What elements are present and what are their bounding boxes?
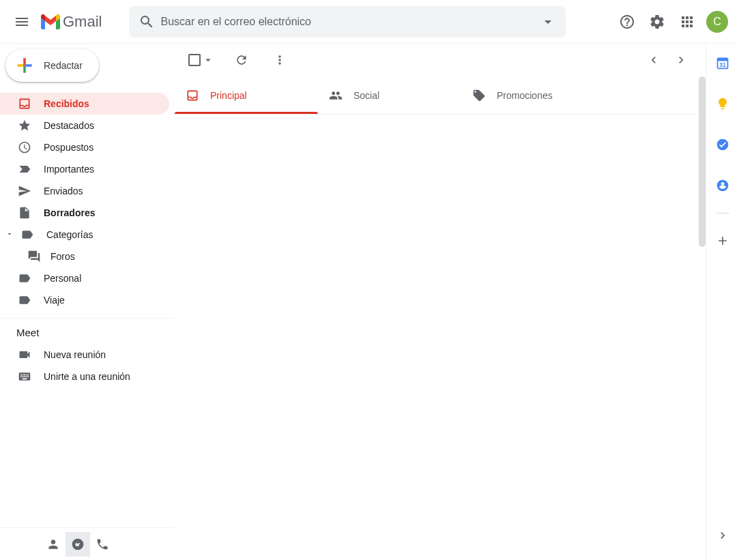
phone-icon xyxy=(96,537,109,551)
scrollbar[interactable] xyxy=(699,76,706,247)
prev-page-button[interactable] xyxy=(640,46,667,74)
search-icon xyxy=(139,14,155,30)
caret-down-icon xyxy=(5,229,14,240)
sidebar-item-categories[interactable]: Categorías xyxy=(0,224,169,246)
plus-icon xyxy=(14,55,35,76)
add-app-button[interactable] xyxy=(709,227,736,254)
pager xyxy=(640,46,695,74)
person-icon xyxy=(46,537,60,551)
sidebar-item-label: Viaje xyxy=(44,295,65,306)
tag-icon xyxy=(472,89,486,102)
divider xyxy=(716,213,729,213)
tab-social[interactable]: Social xyxy=(318,76,461,114)
draft-icon xyxy=(18,206,31,220)
header: Gmail C xyxy=(0,0,739,44)
chevron-right-icon xyxy=(674,53,688,67)
send-icon xyxy=(18,184,31,198)
hamburger-icon xyxy=(14,14,30,30)
sidebar-item-sent[interactable]: Enviados xyxy=(0,180,169,202)
sidebar-item-starred[interactable]: Destacados xyxy=(0,115,169,136)
sidebar-item-label: Categorías xyxy=(46,229,93,240)
category-tabs: Principal Social Promociones xyxy=(175,76,706,115)
sidebar: Redactar Recibidos Destacados Pospuestos… xyxy=(0,44,175,560)
apps-grid-icon xyxy=(679,14,695,30)
logo-area[interactable]: Gmail xyxy=(38,13,122,31)
checkbox-icon xyxy=(188,54,201,66)
help-icon xyxy=(619,14,635,30)
sidebar-item-label: Borradores xyxy=(44,207,95,218)
chevron-left-icon xyxy=(647,53,661,67)
sidebar-item-inbox[interactable]: Recibidos xyxy=(0,93,169,115)
hangout-icon xyxy=(71,537,85,551)
main-menu-button[interactable] xyxy=(5,5,38,38)
more-vert-icon xyxy=(273,53,287,67)
compose-label: Redactar xyxy=(44,60,83,71)
calendar-app-button[interactable]: 31 xyxy=(709,49,736,76)
tab-label: Social xyxy=(353,90,379,101)
toolbar xyxy=(175,44,706,76)
meet-section-header: Meet xyxy=(0,318,175,344)
sidebar-item-label: Personal xyxy=(44,273,81,284)
caret-down-icon xyxy=(540,14,556,30)
keep-app-button[interactable] xyxy=(709,90,736,117)
sidebar-item-label: Importantes xyxy=(44,164,94,175)
inbox-icon xyxy=(186,89,199,102)
collapse-panel-button[interactable] xyxy=(709,522,736,549)
chevron-right-icon xyxy=(716,529,729,542)
keyboard-icon xyxy=(18,370,31,383)
more-button[interactable] xyxy=(266,46,293,74)
svg-text:31: 31 xyxy=(719,61,726,68)
inbox-icon xyxy=(18,97,31,110)
meet-join-meeting[interactable]: Unirte a una reunión xyxy=(0,366,169,387)
contacts-app-button[interactable] xyxy=(709,172,736,199)
select-all-checkbox[interactable] xyxy=(186,51,217,69)
forum-icon xyxy=(27,250,41,263)
sidebar-item-personal[interactable]: Personal xyxy=(0,267,169,289)
sidebar-item-forums[interactable]: Foros xyxy=(0,246,169,267)
hangouts-chat-button[interactable] xyxy=(66,532,90,557)
compose-button[interactable]: Redactar xyxy=(5,49,99,82)
sidebar-item-drafts[interactable]: Borradores xyxy=(0,202,169,224)
people-icon xyxy=(329,89,343,102)
meet-new-meeting[interactable]: Nueva reunión xyxy=(0,344,169,366)
hangouts-person-button[interactable] xyxy=(41,532,66,557)
tab-promotions[interactable]: Promociones xyxy=(461,76,605,114)
refresh-button[interactable] xyxy=(228,46,255,74)
app-name: Gmail xyxy=(63,13,102,31)
hangouts-footer xyxy=(0,527,175,560)
search-input[interactable] xyxy=(160,16,534,28)
hangouts-phone-button[interactable] xyxy=(90,532,115,557)
tab-label: Principal xyxy=(210,90,247,101)
tab-primary[interactable]: Principal xyxy=(175,76,318,114)
sidebar-item-important[interactable]: Importantes xyxy=(0,158,169,180)
svg-rect-2 xyxy=(718,58,728,61)
star-icon xyxy=(18,119,31,132)
next-page-button[interactable] xyxy=(667,46,695,74)
account-avatar[interactable]: C xyxy=(706,11,728,33)
sidebar-item-snoozed[interactable]: Pospuestos xyxy=(0,136,169,158)
support-button[interactable] xyxy=(613,8,641,35)
sidebar-item-label: Pospuestos xyxy=(44,142,93,153)
sidebar-item-label: Recibidos xyxy=(44,98,89,109)
sidebar-item-travel[interactable]: Viaje xyxy=(0,289,169,311)
search-bar xyxy=(129,6,566,38)
apps-button[interactable] xyxy=(673,8,701,35)
search-button[interactable] xyxy=(133,8,160,35)
video-icon xyxy=(18,348,31,362)
sidebar-item-label: Foros xyxy=(50,251,75,262)
caret-down-icon xyxy=(202,54,214,66)
sidebar-item-label: Destacados xyxy=(44,120,94,131)
gear-icon xyxy=(649,14,665,30)
settings-button[interactable] xyxy=(643,8,671,35)
tab-label: Promociones xyxy=(497,90,553,101)
meet-new-label: Nueva reunión xyxy=(44,349,106,360)
search-options-button[interactable] xyxy=(534,8,562,35)
gmail-logo-icon xyxy=(41,14,60,29)
svg-point-4 xyxy=(717,139,729,151)
clock-icon xyxy=(18,141,31,154)
tasks-app-button[interactable] xyxy=(709,131,736,158)
sidebar-item-label: Enviados xyxy=(44,186,83,196)
plus-icon xyxy=(716,234,729,248)
contacts-icon xyxy=(716,179,729,192)
calendar-icon: 31 xyxy=(716,56,729,70)
